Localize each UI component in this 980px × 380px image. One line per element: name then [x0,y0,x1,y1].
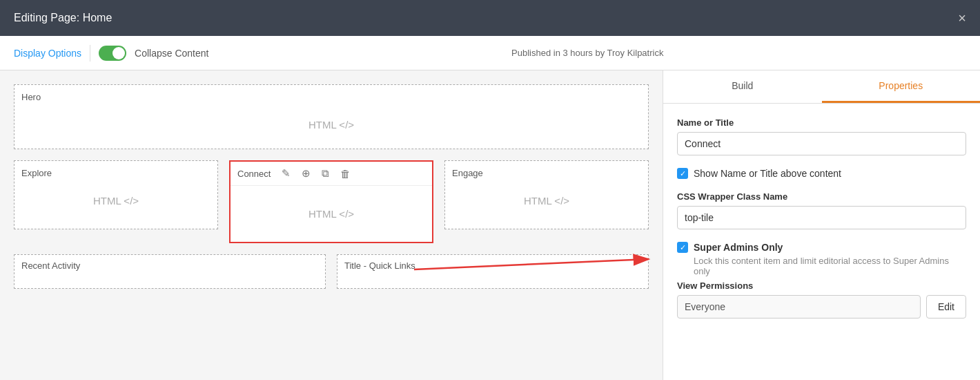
connect-block[interactable]: Connect ✎ ⊕ ⧉ 🗑 HTML </> [229,160,433,243]
recent-activity-label: Recent Activity [21,260,318,271]
panel-tabs: Build Properties [663,70,980,104]
view-permissions-label: View Permissions [677,281,966,291]
super-admins-label: Super Admins Only [694,242,783,253]
show-name-checkbox-row: Show Name or Title above content [677,168,966,179]
hero-label: Hero [21,92,641,102]
partial-row: Recent Activity Title - Quick Links [14,254,649,289]
edit-icon-button[interactable]: ✎ [279,166,293,181]
super-admins-desc: Lock this content item and limit editori… [694,256,966,276]
close-button[interactable]: × [958,10,966,26]
published-status: Published in 3 hours by Troy Kilpatrick [208,48,966,58]
collapse-content-label: Collapse Content [135,48,208,59]
engage-html-tag: HTML </> [452,184,641,218]
main-layout: Hero HTML </> Explore HTML </> Connect ✎… [0,70,980,380]
css-wrapper-input[interactable] [677,206,966,229]
connect-html-tag: HTML </> [242,197,421,231]
view-permissions-row: Edit [677,295,966,319]
tab-build[interactable]: Build [663,70,822,103]
connect-block-col: Connect ✎ ⊕ ⧉ 🗑 HTML </> [229,160,433,243]
panel-body: Name or Title Show Name or Title above c… [663,104,980,380]
title-quick-links-block[interactable]: Title - Quick Links [337,254,649,289]
explore-block: Explore HTML </> [14,160,218,243]
name-title-label: Name or Title [677,117,966,128]
display-options-link[interactable]: Display Options [14,48,81,59]
view-permissions-edit-button[interactable]: Edit [926,295,966,319]
engage-label: Engage [452,168,641,178]
right-panel: Build Properties Name or Title Show Name… [663,70,980,380]
hero-html-tag: HTML </> [21,108,641,142]
connect-toolbar: Connect ✎ ⊕ ⧉ 🗑 [231,162,432,186]
super-admins-checkbox-row: Super Admins Only [677,242,966,253]
content-area: Hero HTML </> Explore HTML </> Connect ✎… [0,70,663,380]
page-header: Editing Page: Home × [0,0,980,36]
toolbar-left: Display Options Collapse Content [14,45,208,61]
engage-block-col: Engage HTML </> [444,160,649,243]
delete-icon-button[interactable]: 🗑 [337,167,353,181]
copy-icon-button[interactable]: ⧉ [319,166,332,181]
super-admins-group: Super Admins Only Lock this content item… [677,242,966,276]
content-row-1: Explore HTML </> Connect ✎ ⊕ ⧉ 🗑 HTML </… [14,160,649,243]
view-permissions-group: View Permissions Edit [677,281,966,319]
recent-activity-block[interactable]: Recent Activity [14,254,326,289]
connect-name: Connect [237,169,271,179]
title-quick-links-label: Title - Quick Links [344,260,641,271]
name-title-group: Name or Title [677,117,966,155]
explore-block-inner[interactable]: Explore HTML </> [14,160,218,229]
add-icon-button[interactable]: ⊕ [299,166,313,181]
page-title: Editing Page: Home [14,12,112,24]
collapse-content-toggle[interactable] [99,46,126,61]
name-title-input[interactable] [677,132,966,155]
css-wrapper-group: CSS Wrapper Class Name [677,191,966,229]
connect-body: HTML </> [231,186,432,242]
show-name-checkbox[interactable] [677,168,688,179]
engage-block[interactable]: Engage HTML </> [444,160,649,229]
explore-html-tag: HTML </> [21,184,210,218]
view-permissions-input[interactable] [677,295,921,319]
toolbar: Display Options Collapse Content Publish… [0,36,980,70]
explore-label: Explore [21,168,210,178]
css-wrapper-label: CSS Wrapper Class Name [677,191,966,202]
toggle-knob [112,47,125,59]
show-name-checkbox-label: Show Name or Title above content [694,168,841,179]
show-name-group: Show Name or Title above content [677,168,966,179]
hero-block: Hero HTML </> [14,84,649,149]
super-admins-checkbox[interactable] [677,242,688,253]
tab-properties[interactable]: Properties [822,70,981,103]
toolbar-divider [90,45,90,61]
